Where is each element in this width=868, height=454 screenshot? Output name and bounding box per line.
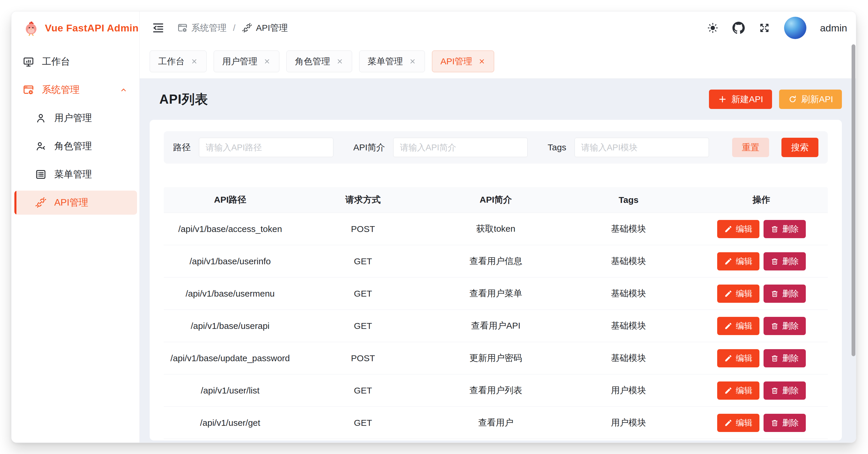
cell-actions: 编辑 删除 — [695, 317, 828, 335]
api-list-card: 路径 API简介 Tags 重置 搜索 — [150, 120, 842, 441]
fullscreen-icon[interactable] — [758, 22, 771, 34]
path-input[interactable] — [199, 138, 333, 157]
refresh-api-button[interactable]: 刷新API — [779, 90, 842, 109]
chicken-logo-icon — [23, 19, 40, 36]
reset-button[interactable]: 重置 — [732, 138, 769, 157]
delete-button[interactable]: 删除 — [764, 381, 806, 400]
close-icon[interactable] — [190, 58, 198, 65]
trash-icon — [771, 257, 779, 265]
tags-label: Tags — [548, 142, 566, 152]
sidebar-item-workbench[interactable]: 工作台 — [14, 50, 137, 74]
cell-summary: 查看用户列表 — [429, 385, 562, 396]
edit-button[interactable]: 编辑 — [717, 220, 760, 238]
edit-button[interactable]: 编辑 — [717, 349, 760, 367]
create-api-button[interactable]: 新建API — [709, 90, 772, 109]
scrollbar[interactable] — [851, 44, 856, 356]
delete-button[interactable]: 删除 — [764, 317, 806, 335]
breadcrumb-item-system[interactable]: 系统管理 — [177, 22, 226, 34]
edit-button[interactable]: 编辑 — [717, 381, 760, 400]
cell-path: /api/v1/user/list — [164, 386, 297, 396]
main-area: 系统管理 / API管理 admin 工作台 — [140, 11, 856, 443]
system-gear-icon — [177, 23, 188, 33]
sidebar-item-roles[interactable]: 角色管理 — [14, 134, 137, 158]
table-row: /api/v1/user/get GET 查看用户 用户模块 编辑 删除 — [164, 407, 828, 439]
search-button[interactable]: 搜索 — [781, 138, 818, 157]
system-gear-icon — [23, 84, 34, 96]
user-role-icon — [35, 140, 46, 152]
sidebar-item-label: 菜单管理 — [54, 168, 92, 181]
trash-icon — [771, 419, 779, 427]
edit-button[interactable]: 编辑 — [717, 414, 760, 432]
plus-icon — [718, 94, 727, 104]
cell-actions: 编辑 删除 — [695, 414, 828, 432]
cell-tags: 基础模块 — [562, 352, 695, 364]
github-icon[interactable] — [733, 22, 745, 34]
logo[interactable]: Vue FastAPI Admin — [11, 11, 140, 44]
trash-icon — [771, 322, 779, 330]
user-icon — [35, 112, 46, 124]
theme-sun-icon[interactable] — [707, 22, 719, 34]
sidebar-item-users[interactable]: 用户管理 — [14, 106, 137, 130]
delete-button[interactable]: 删除 — [764, 349, 806, 367]
table-header: API路径 请求方式 API简介 Tags 操作 — [164, 187, 828, 213]
col-actions: 操作 — [695, 194, 828, 206]
filter-tags: Tags — [548, 138, 709, 157]
breadcrumb-separator: / — [233, 23, 235, 33]
delete-button[interactable]: 删除 — [764, 252, 806, 271]
cell-method: GET — [297, 256, 430, 266]
breadcrumb-item-api[interactable]: API管理 — [242, 22, 287, 34]
page-title: API列表 — [159, 91, 208, 108]
tab-workbench[interactable]: 工作台 — [150, 51, 207, 72]
cell-summary: 查看用户 — [429, 417, 562, 429]
collapse-sidebar-icon[interactable] — [151, 21, 165, 35]
tab-roles[interactable]: 角色管理 — [286, 51, 352, 72]
cell-tags: 用户模块 — [562, 385, 695, 396]
sidebar-item-label: 角色管理 — [54, 140, 92, 153]
tags-input[interactable] — [575, 138, 709, 157]
sidebar-item-label: API管理 — [54, 196, 88, 209]
cell-path: /api/v1/base/access_token — [164, 224, 297, 234]
col-summary: API简介 — [429, 194, 562, 206]
cell-actions: 编辑 删除 — [695, 349, 828, 367]
close-icon[interactable] — [409, 58, 416, 65]
monitor-icon — [23, 56, 34, 67]
pencil-icon — [724, 419, 733, 427]
cell-path: /api/v1/base/userinfo — [164, 256, 297, 266]
sidebar: Vue FastAPI Admin 工作台 系统管理 用户管理 角色管理 — [11, 11, 140, 443]
table-row: /api/v1/base/userinfo GET 查看用户信息 基础模块 编辑 — [164, 245, 828, 278]
edit-button[interactable]: 编辑 — [717, 317, 760, 335]
cell-actions: 编辑 删除 — [695, 381, 828, 400]
sidebar-item-menus[interactable]: 菜单管理 — [14, 162, 137, 187]
page-header: API列表 新建API 刷新API — [150, 79, 842, 120]
table-row: /api/v1/base/usermenu GET 查看用户菜单 基础模块 编辑 — [164, 278, 828, 310]
delete-button[interactable]: 删除 — [764, 414, 806, 432]
app-window: Vue FastAPI Admin 工作台 系统管理 用户管理 角色管理 — [11, 11, 856, 443]
avatar[interactable] — [784, 17, 806, 39]
close-icon[interactable] — [478, 58, 486, 65]
menu-list-icon — [35, 169, 46, 180]
tab-menus[interactable]: 菜单管理 — [359, 51, 425, 72]
filter-buttons: 重置 搜索 — [732, 138, 818, 157]
sidebar-item-api[interactable]: API管理 — [14, 191, 137, 215]
edit-button[interactable]: 编辑 — [717, 285, 760, 303]
logo-text: Vue FastAPI Admin — [45, 22, 139, 34]
trash-icon — [771, 289, 779, 298]
pencil-icon — [724, 289, 733, 298]
tab-api[interactable]: API管理 — [432, 51, 494, 72]
close-icon[interactable] — [263, 58, 271, 65]
delete-button[interactable]: 删除 — [764, 220, 806, 238]
pencil-icon — [724, 322, 733, 330]
delete-button[interactable]: 删除 — [764, 285, 806, 303]
edit-button[interactable]: 编辑 — [717, 252, 760, 271]
table-row: /api/v1/base/update_password POST 更新用户密码… — [164, 342, 828, 374]
sidebar-item-system[interactable]: 系统管理 — [14, 78, 137, 102]
tab-bar: 工作台 用户管理 角色管理 菜单管理 API管理 — [140, 44, 856, 79]
cell-path: /api/v1/base/userapi — [164, 321, 297, 331]
username[interactable]: admin — [820, 22, 847, 34]
cell-tags: 基础模块 — [562, 320, 695, 332]
api-table: API路径 请求方式 API简介 Tags 操作 /api/v1/base/ac… — [164, 187, 828, 439]
cell-path: /api/v1/user/get — [164, 418, 297, 428]
tab-users[interactable]: 用户管理 — [214, 51, 279, 72]
summary-input[interactable] — [393, 138, 528, 157]
close-icon[interactable] — [336, 58, 344, 65]
